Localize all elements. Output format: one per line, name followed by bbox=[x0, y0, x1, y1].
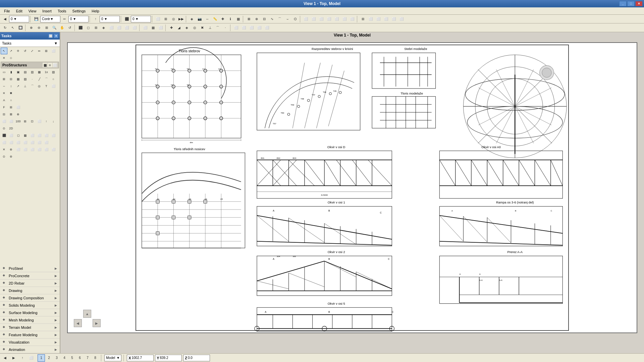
tb-acc7-button[interactable]: ⌬ bbox=[291, 15, 299, 23]
tb2-snap-cen[interactable]: ◎ bbox=[191, 24, 198, 32]
r5-tool[interactable]: ⬜ bbox=[29, 132, 36, 139]
t6-tool[interactable]: ⊕ bbox=[15, 111, 21, 118]
s1-tool[interactable]: ⬜ bbox=[1, 139, 7, 146]
tb2-snap-perp[interactable]: ⊥ bbox=[206, 24, 214, 32]
x2-tool[interactable]: ✕ bbox=[1, 90, 7, 97]
level7-tool[interactable]: ↑ bbox=[43, 118, 50, 125]
tb2-zoom-in[interactable]: ⊕ bbox=[28, 24, 35, 32]
tb-b5-button[interactable]: ⬜ bbox=[333, 15, 340, 23]
nav-up-button[interactable]: ▲ bbox=[83, 310, 91, 318]
s2-tool[interactable]: ⬜ bbox=[8, 139, 14, 146]
menu-settings[interactable]: Settings bbox=[70, 8, 89, 14]
scale-tool[interactable]: ⤢ bbox=[29, 48, 36, 54]
tb-fence-button[interactable]: ⬛ bbox=[123, 15, 130, 23]
sidebar-item-drawing-composition[interactable]: ◆ Drawing Composition ▶ bbox=[0, 294, 60, 302]
tb-acc6-button[interactable]: ⌣ bbox=[284, 15, 291, 23]
tb2-b2[interactable]: ▦ bbox=[149, 24, 157, 32]
wall-tool[interactable]: ▤ bbox=[22, 69, 29, 75]
menu-insert[interactable]: Insert bbox=[40, 8, 54, 14]
panel-float-button[interactable]: ⬜ bbox=[48, 34, 53, 38]
sidebar-item-animation[interactable]: ◆ Animation ▶ bbox=[0, 346, 60, 353]
menu-view[interactable]: View bbox=[26, 8, 39, 14]
sidebar-item-solids-modeling[interactable]: ◆ Solids Modeling ▶ bbox=[0, 302, 60, 309]
level5-tool[interactable]: ⊡ bbox=[29, 118, 36, 125]
tb2-update-button[interactable]: ↻ bbox=[1, 24, 9, 32]
tb2-c2[interactable]: ⬜ bbox=[240, 24, 248, 32]
surface-tool[interactable]: ⊟ bbox=[8, 76, 14, 82]
tb-dim-button[interactable]: ↔ bbox=[204, 15, 211, 23]
tab-5[interactable]: 5 bbox=[68, 354, 76, 362]
tab-2[interactable]: 2 bbox=[45, 354, 53, 362]
tab-8[interactable]: 8 bbox=[92, 354, 99, 362]
menu-file[interactable]: File bbox=[1, 8, 13, 14]
tab-3[interactable]: 3 bbox=[53, 354, 60, 362]
maximize-button[interactable]: □ bbox=[627, 1, 635, 6]
tb-save-button[interactable]: 💾 bbox=[33, 15, 40, 23]
tb-up-arrow[interactable]: ↑ bbox=[92, 15, 99, 23]
ref2-tool[interactable]: 2D bbox=[8, 125, 14, 132]
status-btn1[interactable]: ◀ bbox=[1, 354, 9, 362]
r6-tool[interactable]: ⬜ bbox=[36, 132, 43, 139]
tab-7[interactable]: 7 bbox=[84, 354, 91, 362]
model-dropdown[interactable]: Model ▼ bbox=[104, 355, 121, 361]
tb-b6-button[interactable]: ⬜ bbox=[341, 15, 348, 23]
prostructures-header[interactable]: ProStructures ▦ ≡ ⬜ bbox=[1, 62, 59, 68]
tab-1[interactable]: 1 bbox=[38, 354, 45, 362]
tb2-b1[interactable]: ⬜ bbox=[142, 24, 149, 32]
roof-tool[interactable]: ▧ bbox=[50, 69, 57, 75]
s6-tool[interactable]: ⬜ bbox=[36, 139, 43, 146]
mesh-tool[interactable]: ⊞ bbox=[1, 76, 7, 82]
sidebar-item-proconcrete[interactable]: ◆ ProConcrete ▶ bbox=[0, 272, 60, 280]
tb2-a5[interactable]: ⬜ bbox=[108, 24, 115, 32]
tb2-snap-all[interactable]: ✚ bbox=[168, 24, 175, 32]
panel-close-button[interactable]: ✕ bbox=[54, 34, 58, 38]
tb-back-button[interactable]: ◀ bbox=[1, 15, 9, 23]
tb-level-dropdown[interactable]: 0 ▼ bbox=[100, 16, 120, 22]
tb-c6-button[interactable]: ⬜ bbox=[398, 15, 405, 23]
level2-tool[interactable]: ⬜ bbox=[8, 118, 14, 125]
u1-tool[interactable]: ✕ bbox=[1, 146, 7, 153]
level-tool[interactable]: ⬜ bbox=[1, 118, 7, 125]
u4-tool[interactable]: ⬜ bbox=[22, 146, 29, 153]
r8-tool[interactable]: ⬜ bbox=[50, 132, 57, 139]
t4-tool[interactable]: ⊟ bbox=[1, 111, 7, 118]
circle-tool[interactable]: ○ bbox=[50, 76, 57, 82]
tb-acc-button[interactable]: ▶▶ bbox=[177, 15, 185, 23]
minimize-button[interactable]: _ bbox=[619, 1, 627, 6]
nav-left-button[interactable]: ◀ bbox=[74, 319, 82, 327]
beam-tool[interactable]: ▭ bbox=[1, 69, 7, 75]
tb-b1-button[interactable]: ⬜ bbox=[302, 15, 310, 23]
tb2-c4[interactable]: ⬜ bbox=[256, 24, 263, 32]
u8-tool[interactable]: ⬜ bbox=[50, 146, 57, 153]
dim2-tool[interactable]: ↕ bbox=[8, 83, 14, 89]
tb-info-button[interactable]: ℹ bbox=[227, 15, 234, 23]
mirror-tool[interactable]: ⇔ bbox=[36, 48, 43, 54]
dim4-tool[interactable]: ⊥ bbox=[22, 83, 29, 89]
tb-fence-dropdown[interactable]: 0 ▼ bbox=[131, 16, 151, 22]
tasks-dropdown[interactable]: Tasks ▼ bbox=[0, 40, 60, 47]
s3-tool[interactable]: ⬜ bbox=[15, 139, 21, 146]
delete-tool[interactable]: ✕ bbox=[1, 55, 7, 61]
v1-tool[interactable]: ⊙ bbox=[1, 153, 7, 160]
railing-tool[interactable]: 1x bbox=[43, 69, 50, 75]
dim7-tool[interactable]: Τ bbox=[43, 83, 50, 89]
tb2-a8[interactable]: ⬜ bbox=[131, 24, 138, 32]
tb-c3-button[interactable]: ⬜ bbox=[375, 15, 382, 23]
tb2-snap-mid[interactable]: ◈ bbox=[183, 24, 191, 32]
tb2-zoom-out[interactable]: ⊖ bbox=[35, 24, 43, 32]
point-tool[interactable]: · bbox=[29, 76, 36, 82]
solid-tool[interactable]: ▦ bbox=[15, 76, 21, 82]
t1-tool[interactable]: F bbox=[1, 104, 7, 111]
dim3-tool[interactable]: ↗ bbox=[15, 83, 21, 89]
tb2-snap-end[interactable]: ◢ bbox=[175, 24, 183, 32]
tb2-a6[interactable]: ⬜ bbox=[115, 24, 123, 32]
tb-acc3-button[interactable]: ⊟ bbox=[261, 15, 268, 23]
ref1-tool[interactable]: ⊙ bbox=[1, 125, 7, 132]
close-button[interactable]: ✕ bbox=[635, 1, 643, 6]
tb-zero-dropdown[interactable]: 0 ▼ bbox=[68, 16, 89, 22]
sidebar-item-terrain[interactable]: ◆ Terrain Model ▶ bbox=[0, 324, 60, 331]
slab-tool[interactable]: ▣ bbox=[15, 69, 21, 75]
menu-edit[interactable]: Edit bbox=[13, 8, 25, 14]
tab-4[interactable]: 4 bbox=[61, 354, 68, 362]
tb-c5-button[interactable]: ⬜ bbox=[390, 15, 397, 23]
